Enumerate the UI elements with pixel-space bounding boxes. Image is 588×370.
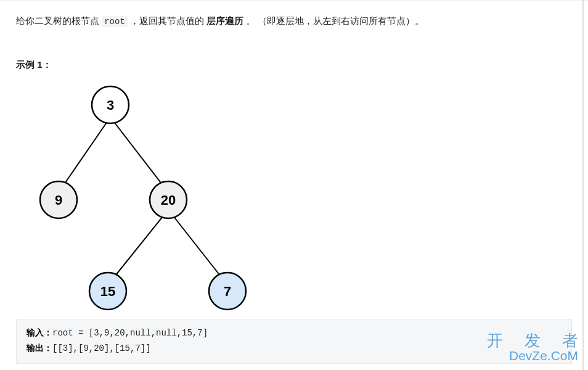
tree-node-root-label: 3 <box>107 97 114 113</box>
example-output-row: 输出：[[3],[9,20],[15,7]] <box>27 341 561 356</box>
example-input-label: 输入： <box>27 327 52 337</box>
tree-edge <box>108 210 168 285</box>
right-border <box>582 0 584 370</box>
example-input-row: 输入：root = [3,9,20,null,null,15,7] <box>27 326 561 341</box>
tree-edge <box>110 117 168 192</box>
problem-content: 给你二叉树的根节点 root ，返回其节点值的 层序遍历 。 （即逐层地，从左到… <box>0 0 588 364</box>
tree-node-left-label: 9 <box>55 192 62 208</box>
tree-edge <box>59 117 110 192</box>
example-output-label: 输出： <box>27 343 52 353</box>
example-output-code: [[3],[9,20],[15,7]] <box>52 343 151 353</box>
tree-edge <box>168 210 227 285</box>
desc-bold-term: 层序遍历 <box>206 15 243 26</box>
desc-text-pre: 给你二叉树的根节点 <box>16 15 102 26</box>
tree-diagram: 3 9 20 15 7 <box>14 78 254 313</box>
desc-text-post: 。 （即逐层地，从左到右访问所有节点）。 <box>243 15 424 26</box>
problem-description: 给你二叉树的根节点 root ，返回其节点值的 层序遍历 。 （即逐层地，从左到… <box>16 13 572 30</box>
desc-inline-code: root <box>102 16 128 27</box>
example-input-code: root = [3,9,20,null,null,15,7] <box>52 328 208 338</box>
tree-node-left-leaf-label: 15 <box>100 284 115 299</box>
example-codeblock: 输入：root = [3,9,20,null,null,15,7] 输出：[[3… <box>16 319 572 364</box>
tree-node-right-label: 20 <box>161 192 176 208</box>
desc-text-mid: ，返回其节点值的 <box>128 15 206 26</box>
example-heading: 示例 1： <box>16 59 572 71</box>
tree-node-right-leaf-label: 7 <box>224 284 231 299</box>
